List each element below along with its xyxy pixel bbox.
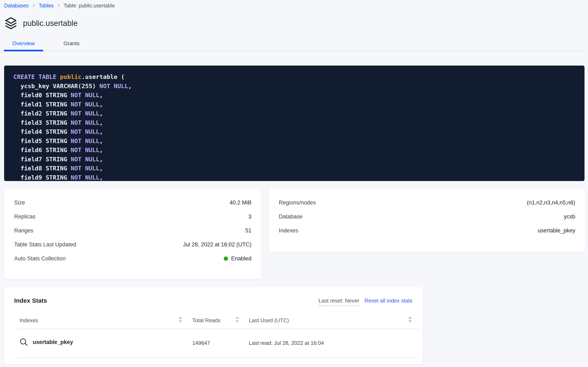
chevron-right-icon: › bbox=[58, 2, 60, 8]
stat-value: Jul 28, 2022 at 16:02 (UTC) bbox=[183, 242, 251, 248]
stat-value: 3 bbox=[248, 214, 251, 220]
tab-bar: Overview Grants bbox=[4, 37, 90, 50]
stat-label: Auto Stats Collection bbox=[14, 255, 66, 262]
breadcrumb-databases[interactable]: Databases bbox=[4, 3, 29, 9]
search-icon bbox=[19, 338, 28, 346]
table-details-card: Size 40.2 MiB Replicas 3 Ranges 51 Table… bbox=[4, 188, 262, 279]
stat-row-replicas: Replicas 3 bbox=[14, 210, 251, 224]
stat-label: Regions/nodes bbox=[279, 200, 316, 206]
reset-index-stats-link[interactable]: Reset all index stats bbox=[364, 298, 412, 304]
stat-label: Size bbox=[14, 200, 25, 206]
sql-code-line: field1 STRING NOT NULL, bbox=[13, 100, 585, 109]
stat-row-ranges: Ranges 51 bbox=[14, 224, 251, 238]
stat-value: 40.2 MiB bbox=[230, 200, 251, 206]
stat-label: Table Stats Last Updated bbox=[14, 242, 76, 248]
table-row: usertable_pkey 149647 Last read: Jul 28,… bbox=[4, 336, 422, 350]
index-stats-title: Index Stats bbox=[14, 297, 47, 304]
stat-row-size: Size 40.2 MiB bbox=[14, 196, 251, 210]
table-divider bbox=[17, 357, 419, 358]
breadcrumb: Databases › Tables › Table: public.usert… bbox=[4, 2, 115, 9]
sql-code-line: CREATE TABLE public.usertable ( bbox=[13, 72, 585, 82]
stat-label: Replicas bbox=[14, 214, 35, 220]
sql-code-line: field5 STRING NOT NULL, bbox=[13, 136, 585, 146]
stat-row-indexes: Indexes usertable_pkey bbox=[279, 224, 575, 238]
total-reads-value: 149647 bbox=[192, 340, 210, 346]
column-header-total-reads[interactable]: Total Reads bbox=[192, 317, 220, 324]
status-dot-icon bbox=[224, 257, 228, 261]
page-title: public.usertable bbox=[23, 19, 78, 28]
index-stats-card: Index Stats Last reset: Never Reset all … bbox=[4, 287, 422, 364]
stat-value: 51 bbox=[245, 227, 251, 234]
index-stats-actions: Last reset: Never Reset all index stats bbox=[318, 298, 412, 306]
stat-row-database: Database ycsb bbox=[279, 210, 575, 224]
sort-icon[interactable] bbox=[235, 317, 240, 323]
breadcrumb-current-table: Table: public.usertable bbox=[64, 3, 115, 9]
table-stack-icon bbox=[5, 17, 17, 29]
table-location-card: Regions/nodes (n1,n2,n3,n4,n5,n6) Databa… bbox=[269, 188, 585, 252]
column-header-last-used[interactable]: Last Used (UTC) bbox=[249, 317, 289, 324]
sort-icon[interactable] bbox=[408, 317, 412, 323]
active-tab-indicator bbox=[4, 50, 43, 51]
stat-row-stats-updated: Table Stats Last Updated Jul 28, 2022 at… bbox=[14, 238, 251, 251]
sql-code-line: field4 STRING NOT NULL, bbox=[13, 127, 585, 136]
stat-label: Indexes bbox=[279, 227, 298, 234]
last-used-value: Last read: Jul 28, 2022 at 16:04 bbox=[249, 340, 324, 346]
stat-label: Database bbox=[279, 214, 303, 220]
status-badge: Enabled bbox=[224, 255, 251, 262]
stat-value: ycsb bbox=[564, 214, 575, 220]
chevron-right-icon: › bbox=[33, 2, 35, 8]
page-header: public.usertable bbox=[5, 17, 78, 30]
stat-value: (n1,n2,n3,n4,n5,n6) bbox=[527, 200, 575, 206]
sql-code-line: field2 STRING NOT NULL, bbox=[13, 109, 585, 118]
sql-code-line: field7 STRING NOT NULL, bbox=[13, 155, 585, 164]
sql-code-line: field6 STRING NOT NULL, bbox=[13, 145, 585, 155]
sql-code-line: field3 STRING NOT NULL, bbox=[13, 118, 585, 127]
breadcrumb-tables[interactable]: Tables bbox=[39, 3, 54, 9]
column-header-indexes[interactable]: Indexes bbox=[19, 317, 38, 324]
tabs-divider bbox=[4, 51, 585, 51]
index-name: usertable_pkey bbox=[33, 339, 73, 345]
stat-label: Ranges bbox=[14, 227, 33, 234]
sql-code-line: field0 STRING NOT NULL, bbox=[13, 91, 585, 100]
tab-grants[interactable]: Grants bbox=[53, 37, 90, 50]
stat-value: usertable_pkey bbox=[538, 227, 575, 234]
status-text: Enabled bbox=[231, 255, 251, 262]
index-table-header: Indexes Total Reads Last Used (UTC) bbox=[4, 316, 422, 325]
tab-overview[interactable]: Overview bbox=[4, 37, 43, 50]
stat-row-regions: Regions/nodes (n1,n2,n3,n4,n5,n6) bbox=[279, 196, 575, 210]
sort-icon[interactable] bbox=[178, 317, 183, 323]
index-name-cell[interactable]: usertable_pkey bbox=[19, 338, 73, 346]
sql-code-line: ycsb_key VARCHAR(255) NOT NULL, bbox=[13, 82, 585, 91]
sql-code: CREATE TABLE public.usertable ( ycsb_key… bbox=[4, 66, 585, 181]
table-divider bbox=[17, 329, 419, 329]
sql-code-line: field8 STRING NOT NULL, bbox=[13, 164, 585, 173]
sql-code-line: field9 STRING NOT NULL, bbox=[13, 173, 585, 181]
stat-row-auto-stats: Auto Stats Collection Enabled bbox=[14, 251, 251, 266]
last-reset-label[interactable]: Last reset: Never bbox=[318, 298, 359, 306]
